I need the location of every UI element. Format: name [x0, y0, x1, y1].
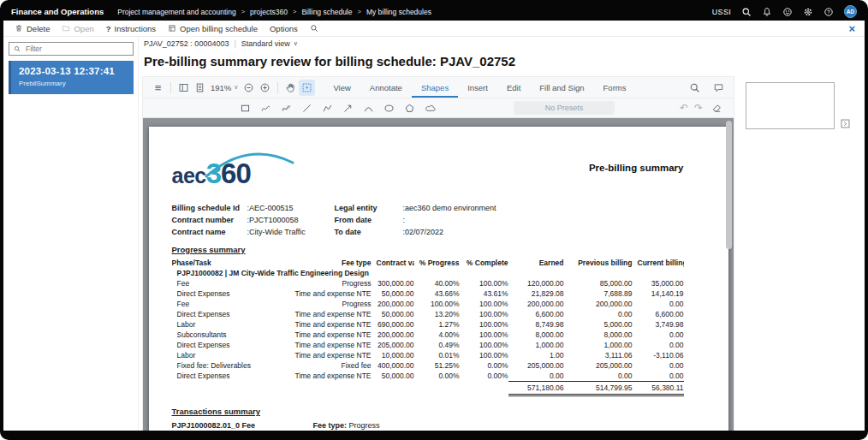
arrow-tool-icon[interactable]: [340, 100, 356, 116]
divider: [277, 82, 278, 93]
table-cell: -3,110.06: [633, 350, 684, 360]
filter-input[interactable]: [24, 44, 128, 54]
cloud-tool-icon[interactable]: [422, 100, 438, 116]
tab-annotate[interactable]: Annotate: [360, 77, 412, 98]
table-cell: 0.00: [508, 371, 564, 382]
shapes-toolbar: No Presets ↶ ↷: [143, 98, 734, 118]
open-button[interactable]: Open: [56, 21, 99, 36]
zoom-out-icon[interactable]: [241, 80, 257, 96]
zoom-in-icon[interactable]: [257, 80, 273, 96]
table-cell: 1,000.00: [564, 340, 633, 350]
preview-popout-icon[interactable]: [840, 117, 851, 128]
table-cell: 43.66%: [414, 288, 460, 299]
marquee-select-icon[interactable]: [299, 80, 315, 96]
table-cell: Fixed fee: [286, 360, 372, 371]
refresh-icon[interactable]: [784, 23, 794, 33]
table-row: Direct ExpensesTime and expense NTE50,00…: [172, 309, 684, 319]
tab-view[interactable]: View: [324, 77, 360, 98]
table-cell: 85,000.00: [564, 278, 633, 288]
folder-open-icon: [62, 24, 70, 33]
open-billing-schedule-button[interactable]: Open billing schedule: [162, 21, 264, 36]
help-icon[interactable]: ?: [823, 7, 834, 17]
table-cell: 0.00: [633, 330, 684, 340]
table-cell: 120,000.00: [508, 278, 564, 288]
arc-tool-icon[interactable]: [360, 100, 377, 116]
page-preview-placeholder[interactable]: [746, 82, 835, 129]
table-cell: 8,000.00: [508, 330, 564, 340]
fullscreen-icon[interactable]: [827, 23, 837, 33]
comments-icon[interactable]: [710, 80, 727, 96]
freehand-tool-icon[interactable]: [258, 100, 274, 116]
table-row: Fixed fee: DeliverablesFixed fee400,000.…: [172, 360, 684, 371]
svg-text:?: ?: [827, 9, 830, 15]
tab-insert[interactable]: Insert: [458, 77, 497, 98]
table-cell: 43.61%: [460, 288, 508, 299]
delete-button[interactable]: Delete: [9, 21, 56, 36]
tab-edit[interactable]: Edit: [497, 77, 530, 98]
thumbnails-panel-icon[interactable]: [175, 80, 192, 96]
undo-icon[interactable]: ↶: [680, 103, 688, 113]
list-item[interactable]: 2023-03-13 12:37:41 PrebilSummary: [9, 61, 134, 94]
ellipse-tool-icon[interactable]: [381, 100, 397, 116]
table-cell: 0.00%: [414, 371, 460, 382]
table-cell: 200,000.00: [372, 330, 414, 340]
app-title[interactable]: Finance and Operations: [3, 7, 117, 16]
transaction-item-name: PJPJ1000082.01_0 Fee 0: [172, 421, 256, 431]
avatar[interactable]: AD: [844, 5, 857, 18]
instructions-button[interactable]: ? Instructions: [100, 21, 162, 36]
table-cell: 5,000.00: [564, 319, 633, 330]
table-cell: Direct Expenses: [172, 371, 286, 382]
polyline-tool-icon[interactable]: [319, 100, 336, 116]
line-tool-icon[interactable]: [299, 100, 315, 116]
pdf-viewer: ≡ 191% ∨: [142, 76, 734, 431]
zoom-level-dropdown[interactable]: 191% ∨: [211, 83, 238, 92]
scrollbar-thumb[interactable]: [726, 121, 732, 249]
breadcrumb-item[interactable]: My billing schedules: [366, 8, 431, 16]
record-breadcrumb: PJAV_02752 : 00004003 | Standard view ∨: [142, 39, 865, 48]
search-document-icon[interactable]: [687, 80, 703, 96]
table-cell: Time and expense NTE: [286, 319, 372, 330]
table-cell: Direct Expenses: [172, 309, 286, 319]
pan-hand-icon[interactable]: [282, 80, 299, 96]
options-button[interactable]: Options: [264, 21, 304, 36]
polygon-tool-icon[interactable]: [401, 100, 418, 116]
outline-document-icon[interactable]: [192, 80, 208, 96]
tab-fill-and-sign[interactable]: Fill and Sign: [530, 77, 593, 98]
total-previous-billing: 514,799.95: [564, 382, 633, 395]
close-icon[interactable]: ×: [848, 23, 855, 34]
search-icon[interactable]: [741, 7, 752, 17]
breadcrumb-item[interactable]: projects360: [250, 8, 288, 16]
attachments-icon[interactable]: [763, 23, 773, 33]
table-cell: 0.00: [633, 299, 684, 309]
table-cell: 0.01%: [414, 350, 460, 360]
total-current-billing: 56,380.11: [633, 382, 684, 395]
eraser-icon[interactable]: [709, 100, 725, 116]
freehand-highlight-tool-icon[interactable]: [278, 100, 294, 116]
viewer-scrollbar: [726, 121, 732, 428]
breadcrumb-item[interactable]: Billing schedule: [301, 8, 352, 16]
table-cell: 35,000.00: [633, 278, 684, 288]
table-cell: 0.00: [633, 371, 684, 382]
settings-gear-icon[interactable]: [803, 7, 813, 17]
redo-icon[interactable]: ↷: [694, 103, 703, 113]
rectangle-tool-icon[interactable]: [237, 100, 253, 116]
table-cell: 10,000.00: [372, 350, 414, 360]
tab-shapes[interactable]: Shapes: [412, 77, 458, 98]
view-selector[interactable]: Standard view ∨: [241, 39, 298, 48]
table-cell: 50,000.00: [372, 371, 414, 382]
table-cell: Labor: [172, 319, 286, 330]
environment-label: USSI: [712, 8, 731, 16]
tab-forms[interactable]: Forms: [594, 77, 636, 98]
divider: [170, 82, 171, 93]
command-bar: Delete Open ? Instructions Open billing …: [3, 21, 865, 37]
screen: Finance and Operations Project managemen…: [3, 3, 865, 431]
breadcrumb-item[interactable]: Project management and accounting: [117, 8, 235, 16]
open-in-new-window-icon[interactable]: [806, 23, 816, 33]
transaction-item: PJPJ1000082.01_0 Fee 0 Fee type: Progres…: [172, 421, 684, 431]
presets-dropdown[interactable]: No Presets: [514, 101, 615, 115]
menu-icon[interactable]: ≡: [150, 80, 166, 96]
feedback-smiley-icon[interactable]: [782, 7, 793, 17]
table-cell: 100.00%: [460, 330, 508, 340]
command-search-button[interactable]: [304, 21, 324, 36]
notifications-bell-icon[interactable]: [762, 7, 772, 17]
